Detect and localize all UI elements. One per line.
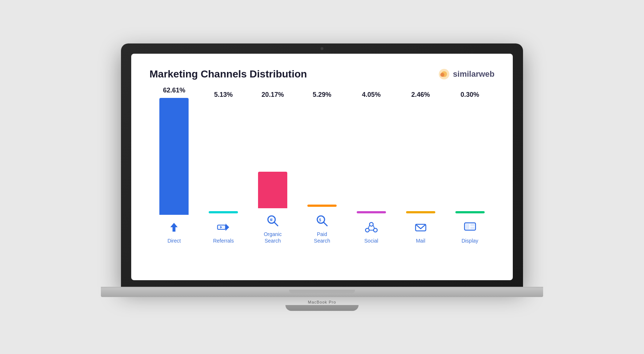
label-bottom-referrals: Referrals	[213, 219, 234, 244]
svg-marker-5	[226, 224, 229, 231]
svg-point-15	[370, 222, 373, 226]
svg-line-9	[274, 222, 278, 226]
bar-direct	[159, 98, 189, 215]
bar-percentage-organic: 20.17%	[262, 91, 284, 99]
bar-label-display: Display	[462, 237, 478, 244]
bar-percentage-mail: 2.46%	[411, 91, 430, 99]
bar-column-direct: 62.61% Direct	[149, 91, 199, 244]
bar-label-organic: OrganicSearch	[264, 231, 282, 244]
direct-icon	[166, 219, 182, 235]
label-bottom-mail: Mail	[413, 219, 429, 244]
referrals-icon	[215, 219, 231, 235]
bar-paid	[307, 205, 337, 207]
label-bottom-direct: Direct	[166, 219, 182, 244]
svg-text:$: $	[319, 218, 321, 222]
svg-text:$: $	[270, 218, 272, 222]
bar-column-mail: 2.46% Mail	[396, 91, 445, 244]
bar-wrapper-organic	[248, 102, 298, 209]
svg-marker-3	[170, 223, 178, 232]
svg-line-18	[368, 225, 370, 229]
svg-point-17	[374, 228, 377, 232]
svg-rect-24	[470, 224, 474, 226]
laptop-base	[101, 287, 543, 297]
svg-line-19	[373, 225, 375, 229]
organic-search-icon: $	[265, 213, 281, 229]
chart-title: Marketing Channels Distribution	[149, 68, 307, 80]
screen: Marketing Channels Distribution similarw…	[131, 54, 513, 280]
bar-wrapper-display	[445, 102, 495, 215]
bar-wrapper-referrals	[199, 102, 248, 215]
svg-line-13	[323, 222, 327, 226]
camera	[321, 47, 323, 50]
bar-label-mail: Mail	[416, 237, 425, 244]
bar-display	[455, 211, 485, 213]
bar-percentage-social: 4.05%	[362, 91, 380, 99]
bar-label-paid: PaidSearch	[314, 231, 330, 244]
bar-column-organic: 20.17% $ OrganicSea	[248, 91, 298, 244]
svg-rect-25	[470, 227, 474, 229]
bar-column-social: 4.05%	[346, 91, 396, 244]
bar-wrapper-paid	[298, 102, 347, 209]
bar-percentage-direct: 62.61%	[163, 87, 185, 94]
svg-point-2	[440, 73, 444, 77]
bar-column-paid: 5.29% $ PaidSearch	[298, 91, 347, 244]
bar-wrapper-direct	[149, 98, 199, 215]
bar-wrapper-mail	[396, 102, 445, 215]
bar-wrapper-social	[346, 102, 396, 215]
svg-point-16	[365, 228, 369, 232]
bar-label-social: Social	[364, 237, 378, 244]
laptop-stand	[285, 305, 359, 311]
label-bottom-social: Social	[363, 219, 379, 244]
laptop-notch	[289, 290, 355, 293]
bar-mail	[406, 211, 435, 213]
bar-organic	[258, 172, 287, 208]
bar-referrals	[209, 211, 238, 213]
svg-rect-23	[466, 224, 469, 229]
bar-percentage-referrals: 5.13%	[214, 91, 233, 99]
label-bottom-display: Display	[462, 219, 478, 244]
bar-social	[357, 211, 386, 213]
bar-percentage-paid: 5.29%	[312, 91, 331, 99]
similarweb-icon	[438, 68, 450, 80]
bar-label-referrals: Referrals	[213, 237, 234, 244]
bar-column-display: 0.30% Display	[445, 91, 495, 244]
chart-header: Marketing Channels Distribution similarw…	[149, 68, 495, 80]
chart-area: 62.61% Direct 5.13%	[149, 91, 495, 244]
laptop-container: Marketing Channels Distribution similarw…	[121, 43, 523, 311]
mail-icon	[413, 219, 429, 235]
laptop-model-label: MacBook Pro	[308, 300, 336, 304]
screen-bezel: Marketing Channels Distribution similarw…	[121, 43, 523, 287]
bar-label-direct: Direct	[167, 237, 181, 244]
label-bottom-paid: $ PaidSearch	[314, 213, 330, 244]
similarweb-text: similarweb	[453, 69, 495, 79]
similarweb-logo: similarweb	[438, 68, 495, 80]
label-bottom-organic: $ OrganicSearch	[264, 213, 282, 244]
bar-column-referrals: 5.13% Referrals	[199, 91, 248, 244]
display-icon	[462, 219, 478, 235]
paid-search-icon: $	[314, 213, 330, 229]
bar-percentage-display: 0.30%	[461, 91, 479, 99]
social-icon	[363, 219, 379, 235]
